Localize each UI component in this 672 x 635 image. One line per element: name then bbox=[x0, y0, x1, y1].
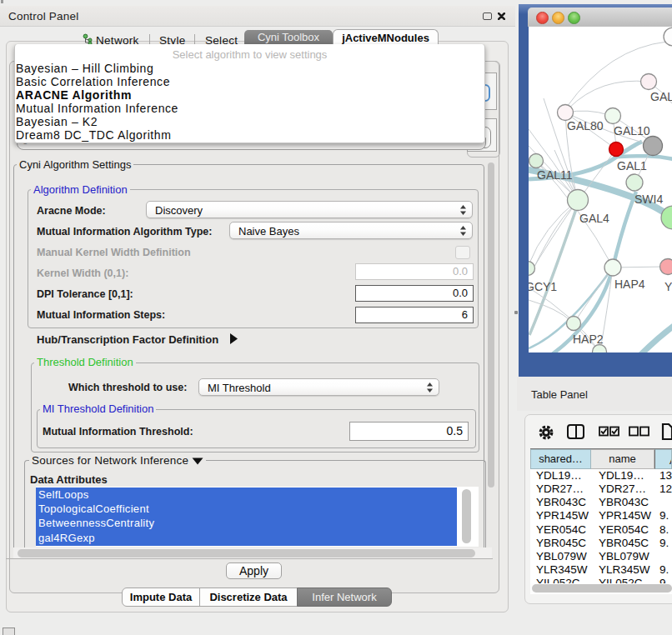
svg-text:GAL80: GAL80 bbox=[567, 119, 604, 132]
svg-text:HAP2: HAP2 bbox=[573, 332, 604, 346]
svg-text:GAL11: GAL11 bbox=[537, 168, 573, 182]
svg-text:HAP4: HAP4 bbox=[614, 278, 645, 291]
svg-text:SWI4: SWI4 bbox=[634, 192, 663, 206]
svg-text:Y: Y bbox=[664, 280, 672, 293]
svg-text:GAL1: GAL1 bbox=[617, 159, 647, 172]
svg-text:GCY1: GCY1 bbox=[529, 280, 557, 293]
svg-text:GAL4: GAL4 bbox=[579, 212, 609, 225]
svg-text:GAL10: GAL10 bbox=[614, 124, 650, 138]
svg-text:GAL: GAL bbox=[650, 90, 672, 103]
